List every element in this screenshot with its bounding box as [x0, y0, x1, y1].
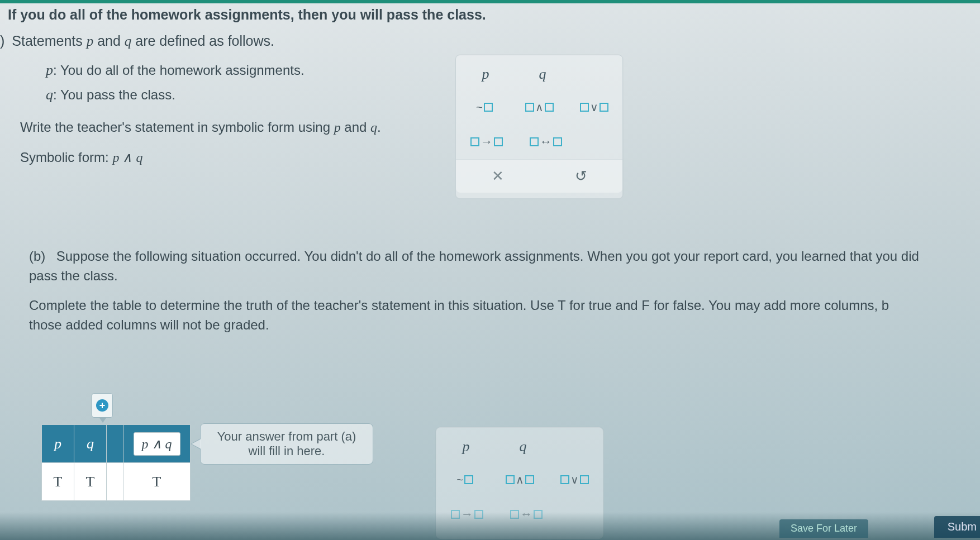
part-b-text-2: Complete the table to determine the trut…	[29, 298, 889, 313]
bicond-symbol: ↔	[540, 135, 552, 149]
x-icon: ✕	[492, 168, 504, 185]
save-for-later-button[interactable]: Save For Later	[779, 519, 868, 538]
part-b: (b) Suppose the following situation occu…	[0, 243, 980, 334]
operator-toolbox-a: p q ~ ∧ ∨ → ↔ ✕ ↺	[455, 55, 623, 199]
placeholder-icon	[525, 475, 534, 484]
not-symbol: ~	[456, 474, 463, 486]
p-text: : You do all of the homework assignments…	[53, 63, 305, 78]
instr-q: q	[370, 120, 377, 135]
hdr-q: q	[74, 425, 107, 463]
instr-1: Write the teacher's statement in symboli…	[20, 120, 334, 135]
tool-q[interactable]: q	[525, 66, 560, 83]
placeholder-icon	[484, 103, 493, 112]
or-symbol: ∨	[590, 101, 598, 114]
tool-or[interactable]: ∨	[578, 98, 610, 117]
symform-value[interactable]: p ∧ q	[112, 150, 142, 165]
placeholder-icon	[580, 103, 589, 112]
placeholder-icon	[553, 137, 562, 146]
placeholder-icon	[506, 475, 515, 484]
cell-p[interactable]: T	[42, 463, 74, 501]
part-b-text-1b: pass the class.	[29, 268, 118, 283]
intro-text-2: are defined as follows.	[131, 33, 274, 49]
instr-p: p	[334, 120, 341, 135]
part-a-label: )	[0, 33, 4, 49]
tool-or[interactable]: ∨	[558, 470, 591, 489]
expr-badge: p ∧ q	[134, 432, 180, 456]
placeholder-icon	[464, 475, 473, 484]
hdr-p: p	[42, 425, 74, 463]
placeholder-icon	[580, 475, 589, 484]
submit-button[interactable]: Subm	[934, 516, 980, 538]
tool-conditional[interactable]: →	[468, 132, 505, 151]
placeholder-icon	[494, 137, 503, 146]
q-label: q	[46, 87, 53, 103]
tool-p[interactable]: p	[449, 438, 483, 455]
premise-statement: If you do all of the homework assignment…	[0, 7, 980, 33]
hdr-spacer	[107, 425, 123, 463]
undo-icon: ↺	[575, 168, 587, 185]
instr-and: and	[341, 120, 370, 135]
var-p: p	[87, 34, 94, 49]
reset-button[interactable]: ↺	[570, 165, 592, 188]
plus-icon: +	[96, 399, 108, 412]
cond-symbol: →	[481, 135, 493, 149]
tool-and[interactable]: ∧	[523, 98, 555, 117]
placeholder-icon	[600, 103, 608, 112]
q-text: : You pass the class.	[53, 87, 175, 102]
truth-table-wrapper: + p q p ∧ q T T T	[41, 424, 191, 501]
placeholder-icon	[545, 103, 554, 112]
placeholder-icon	[560, 475, 569, 484]
placeholder-icon	[525, 103, 534, 112]
tool-and[interactable]: ∧	[503, 470, 536, 489]
and-symbol: ∧	[535, 101, 544, 114]
clear-button[interactable]: ✕	[487, 165, 509, 188]
cell-q[interactable]: T	[74, 463, 107, 501]
tool-biconditional[interactable]: ↔	[527, 132, 564, 151]
symform-label: Symbolic form:	[20, 150, 112, 165]
and-symbol: ∧	[516, 473, 524, 486]
add-column-button[interactable]: +	[92, 393, 113, 418]
not-symbol: ~	[476, 101, 483, 114]
cell-expr[interactable]: T	[123, 463, 191, 501]
part-b-text-1: Suppose the following situation occurred…	[56, 249, 919, 264]
table-header-row: p q p ∧ q	[42, 425, 191, 463]
or-symbol: ∨	[570, 473, 579, 486]
p-label: p	[46, 62, 53, 78]
tool-q[interactable]: q	[506, 438, 540, 455]
tool-p[interactable]: p	[468, 66, 503, 83]
intro-text-and: and	[93, 33, 125, 49]
instr-end: .	[377, 120, 381, 135]
table-row: T T T	[42, 463, 191, 501]
tool-not[interactable]: ~	[468, 98, 501, 117]
intro-text-1: Statements	[12, 33, 86, 49]
part-b-label: (b)	[29, 247, 53, 266]
part-b-text-2b: those added columns will not be graded.	[29, 317, 269, 332]
placeholder-icon	[470, 137, 479, 146]
var-q: q	[125, 34, 132, 49]
truth-table: p q p ∧ q T T T	[41, 424, 191, 501]
answer-callout: Your answer from part (a) will fill in h…	[200, 423, 373, 465]
tool-not[interactable]: ~	[449, 470, 481, 489]
hdr-expr[interactable]: p ∧ q	[123, 425, 191, 463]
placeholder-icon	[530, 137, 539, 146]
cell-spacer	[107, 463, 123, 501]
